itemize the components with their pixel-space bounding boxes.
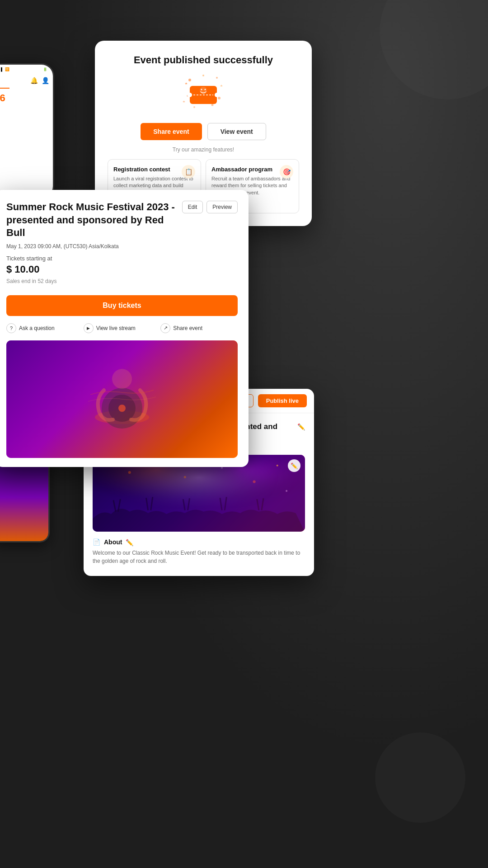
tickets-starting-label: Tickets starting at xyxy=(6,255,182,262)
editor-about-edit-icon[interactable]: ✏️ xyxy=(126,539,133,546)
svg-point-25 xyxy=(184,476,186,478)
svg-point-17 xyxy=(118,405,126,412)
sales-end-label: Sales end in 52 days xyxy=(6,278,182,284)
svg-point-3 xyxy=(218,97,221,99)
dj-event-image xyxy=(6,340,238,458)
profile-icon: 👤 xyxy=(42,77,49,84)
svg-point-13 xyxy=(205,89,206,90)
phone-signal-icons: ▌▌▌▌ 🛜 xyxy=(0,67,9,71)
question-icon: ? xyxy=(6,323,16,333)
svg-point-6 xyxy=(211,104,214,106)
try-features-label: Try our amazing features! xyxy=(108,146,299,153)
ask-question-label: Ask a question xyxy=(19,325,55,331)
preview-button[interactable]: Preview xyxy=(206,201,238,213)
svg-point-26 xyxy=(221,467,223,469)
svg-point-28 xyxy=(277,465,278,467)
view-livestream-label: View live stream xyxy=(96,325,136,331)
registration-contest-icon: 📋 xyxy=(182,165,195,179)
card-event-page-preview: Summer Rock Music Festival 2023 - presen… xyxy=(0,190,249,467)
ticket-price: $ 10.00 xyxy=(6,264,182,275)
svg-point-12 xyxy=(201,89,202,90)
svg-point-5 xyxy=(193,106,195,108)
phone-divider xyxy=(0,88,9,89)
edit-button[interactable]: Edit xyxy=(182,201,203,213)
share-icon: ↗ xyxy=(160,323,170,333)
phone-status-bar: ▌▌▌▌ 🛜 🔋 xyxy=(0,65,53,73)
svg-point-8 xyxy=(188,93,192,97)
svg-point-0 xyxy=(188,79,191,81)
ticket-illustration xyxy=(108,73,299,114)
ask-question-action[interactable]: ? Ask a question xyxy=(6,323,84,333)
published-action-buttons: Share event View event xyxy=(108,123,299,140)
notification-bell-icon: 🔔 xyxy=(30,77,38,84)
event-page-date: May 1, 2023 09:00 AM, (UTC530) Asia/Kolk… xyxy=(6,243,182,250)
decoration-circle-2 xyxy=(375,732,465,823)
phone-mockup-left: ▌▌▌▌ 🛜 🔋 🔔 👤 4/6 xyxy=(0,63,54,199)
buy-tickets-button[interactable]: Buy tickets xyxy=(6,295,238,316)
battery-icon: 🔋 xyxy=(43,67,47,71)
editor-image-edit-button[interactable]: ✏️ xyxy=(288,459,300,472)
svg-point-1 xyxy=(216,77,218,79)
view-livestream-action[interactable]: ▶ View live stream xyxy=(84,323,161,333)
svg-point-18 xyxy=(112,369,132,389)
livestream-icon: ▶ xyxy=(84,323,94,333)
signal-icon: ▌▌▌▌ xyxy=(0,67,4,71)
share-event-label: Share event xyxy=(173,325,202,331)
dj-silhouette-svg xyxy=(77,354,167,444)
editor-title-edit-icon[interactable]: ✏️ xyxy=(297,423,305,430)
view-event-button[interactable]: View event xyxy=(207,123,266,140)
wifi-icon: 🛜 xyxy=(5,67,9,71)
event-actions-row: ? Ask a question ▶ View live stream ↗ Sh… xyxy=(6,323,238,333)
svg-point-4 xyxy=(202,75,204,76)
svg-point-29 xyxy=(286,490,287,492)
svg-point-9 xyxy=(215,93,219,97)
share-event-action[interactable]: ↗ Share event xyxy=(160,323,238,333)
ticket-icon xyxy=(181,73,226,114)
document-icon: 📄 xyxy=(93,538,100,546)
ambassador-program-icon: 🎯 xyxy=(280,165,293,179)
published-title: Event published successfully xyxy=(108,54,299,66)
editor-about-label: About xyxy=(104,538,122,546)
publish-live-button[interactable]: Publish live xyxy=(258,394,307,407)
share-event-button[interactable]: Share event xyxy=(141,123,202,140)
event-page-title: Summer Rock Music Festival 2023 - presen… xyxy=(6,201,182,240)
editor-about-section: 📄 About ✏️ xyxy=(93,538,305,546)
phone-header-icons: 🔔 👤 xyxy=(0,77,49,84)
svg-point-27 xyxy=(253,480,256,483)
svg-point-23 xyxy=(128,471,131,474)
phone-step-indicator: 4/6 xyxy=(0,92,49,104)
phone-content-area: 🔔 👤 4/6 xyxy=(0,73,53,199)
editor-about-text: Welcome to our Classic Rock Music Event!… xyxy=(93,549,305,565)
